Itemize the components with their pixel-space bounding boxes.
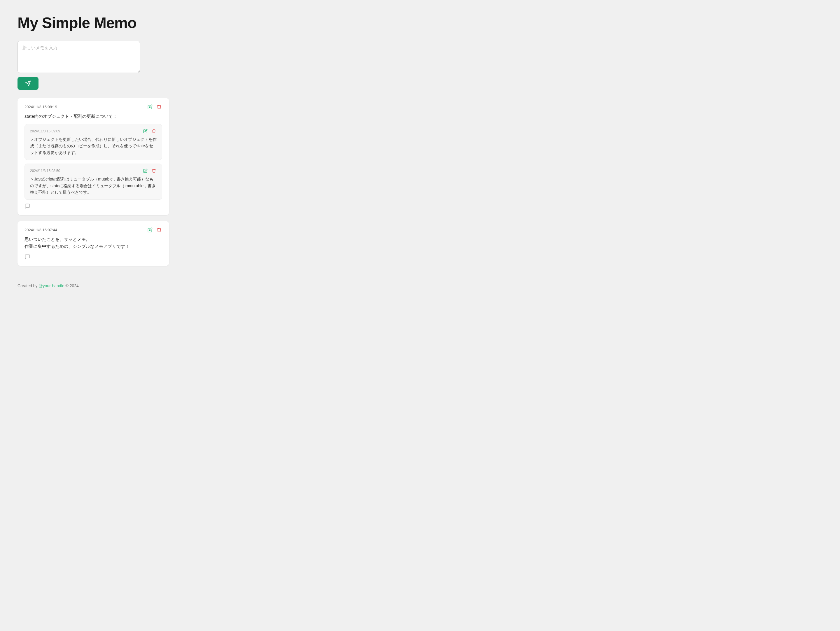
memo-input[interactable]	[17, 41, 140, 73]
page-title: My Simple Memo	[17, 14, 823, 32]
child-delete-button[interactable]	[151, 128, 156, 134]
delete-icon	[156, 227, 162, 232]
footer: Created by @your-handle © 2024	[17, 284, 823, 288]
child-memo-header: 2024/11/3 15:09:09	[30, 128, 156, 134]
edit-icon	[143, 129, 148, 133]
memo-actions	[147, 227, 162, 233]
child-memo-timestamp: 2024/11/3 15:09:09	[30, 129, 60, 133]
memo-card: 2024/11/3 15:07:44 思いついたことを、サッとメ	[17, 221, 169, 266]
memo-timestamp: 2024/11/3 15:07:44	[25, 228, 57, 232]
child-memos: 2024/11/3 15:09:09	[25, 124, 162, 200]
comment-icon	[25, 203, 162, 211]
memo-header: 2024/11/3 15:07:44	[25, 227, 162, 233]
footer-suffix: © 2024	[65, 284, 79, 288]
edit-icon	[148, 227, 153, 232]
delete-icon	[156, 104, 162, 109]
child-delete-button[interactable]	[151, 168, 156, 174]
memo-timestamp: 2024/11/3 15:08:19	[25, 105, 57, 109]
child-memo-content: ＞オブジェクトを更新したい場合、代わりに新しいオブジェクトを作成（または既存のも…	[30, 136, 156, 156]
edit-icon	[143, 169, 148, 173]
memo-content: state内のオブジェクト・配列の更新について：	[25, 113, 162, 120]
memos-list: 2024/11/3 15:08:19 state内のオブジェクト	[17, 98, 823, 266]
memo-actions	[147, 104, 162, 110]
delete-button[interactable]	[156, 227, 162, 233]
edit-icon	[148, 104, 153, 109]
child-edit-button[interactable]	[143, 168, 148, 174]
edit-button[interactable]	[147, 104, 153, 110]
delete-icon	[152, 169, 156, 173]
footer-text: Created by	[17, 284, 38, 288]
memo-content: 思いついたことを、サッとメモ。作業に集中するための、シンプルなメモアプリです！	[25, 236, 162, 250]
child-memo-card: 2024/11/3 15:09:09	[25, 124, 162, 160]
child-memo-header: 2024/11/3 15:08:50	[30, 168, 156, 174]
child-memo-actions	[143, 168, 156, 174]
send-icon	[25, 80, 31, 86]
memo-card: 2024/11/3 15:08:19 state内のオブジェクト	[17, 98, 169, 215]
child-memo-actions	[143, 128, 156, 134]
send-button[interactable]	[17, 77, 38, 90]
child-memo-card: 2024/11/3 15:08:50	[25, 164, 162, 200]
child-edit-button[interactable]	[143, 128, 148, 134]
memo-header: 2024/11/3 15:08:19	[25, 104, 162, 110]
delete-button[interactable]	[156, 104, 162, 110]
delete-icon	[152, 129, 156, 133]
input-area	[17, 41, 823, 90]
edit-button[interactable]	[147, 227, 153, 233]
footer-link[interactable]: @your-handle	[38, 284, 64, 288]
comment-icon	[25, 254, 162, 261]
child-memo-content: ＞JavaScriptの配列はミュータブル（mutable，書き換え可能）なもの…	[30, 176, 156, 196]
child-memo-timestamp: 2024/11/3 15:08:50	[30, 169, 60, 173]
